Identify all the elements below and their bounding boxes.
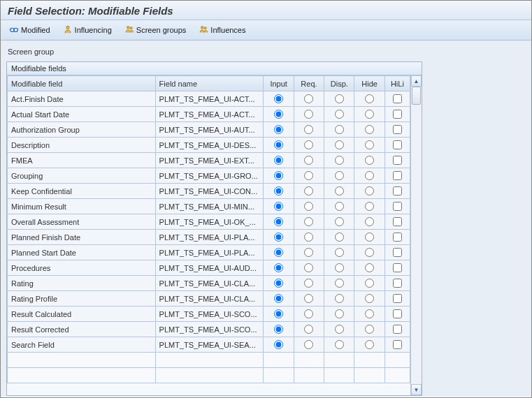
cell-field-name[interactable]: PLMT_TS_FMEA_UI-MIN... <box>155 199 264 214</box>
radio-input[interactable] <box>274 325 283 334</box>
radio-hide[interactable] <box>365 309 374 318</box>
table-row[interactable]: Rating ProfilePLMT_TS_FMEA_UI-CLA... <box>8 291 410 307</box>
cell-field-name[interactable]: PLMT_TS_FMEA_UI-AUT... <box>155 122 264 138</box>
radio-req[interactable] <box>304 125 313 134</box>
radio-input[interactable] <box>274 125 283 134</box>
radio-disp[interactable] <box>335 125 344 134</box>
radio-req[interactable] <box>304 233 313 242</box>
radio-req[interactable] <box>304 294 313 303</box>
radio-disp[interactable] <box>335 217 344 226</box>
radio-input[interactable] <box>274 233 283 242</box>
cell-field-name[interactable]: PLMT_TS_FMEA_UI-SEA... <box>155 337 264 353</box>
radio-hide[interactable] <box>365 202 374 211</box>
cell-modifiable-field[interactable]: Actual Start Date <box>8 107 156 122</box>
radio-disp[interactable] <box>335 202 344 211</box>
radio-hide[interactable] <box>365 110 374 119</box>
cell-modifiable-field[interactable]: Procedures <box>8 260 156 276</box>
cell-field-name[interactable]: PLMT_TS_FMEA_UI-CLA... <box>155 276 264 291</box>
cell-field-name[interactable]: PLMT_TS_FMEA_UI-SCO... <box>155 307 264 322</box>
cell-field-name[interactable]: PLMT_TS_FMEA_UI-CLA... <box>155 291 264 307</box>
checkbox-hili[interactable] <box>393 110 402 119</box>
checkbox-hili[interactable] <box>393 248 402 257</box>
radio-disp[interactable] <box>335 294 344 303</box>
radio-req[interactable] <box>304 325 313 334</box>
radio-disp[interactable] <box>335 309 344 318</box>
cell-modifiable-field[interactable]: Search Field <box>8 337 156 353</box>
cell-field-name[interactable]: PLMT_TS_FMEA_UI-EXT... <box>155 153 264 168</box>
vertical-scrollbar[interactable]: ▲ ▼ <box>410 75 422 395</box>
radio-req[interactable] <box>304 248 313 257</box>
checkbox-hili[interactable] <box>393 340 402 349</box>
radio-disp[interactable] <box>335 233 344 242</box>
radio-req[interactable] <box>304 140 313 149</box>
radio-disp[interactable] <box>335 156 344 165</box>
checkbox-hili[interactable] <box>393 309 402 318</box>
cell-field-name[interactable]: PLMT_TS_FMEA_UI-PLA... <box>155 245 264 260</box>
radio-req[interactable] <box>304 156 313 165</box>
radio-hide[interactable] <box>365 217 374 226</box>
radio-req[interactable] <box>304 217 313 226</box>
table-row[interactable]: GroupingPLMT_TS_FMEA_UI-GRO... <box>8 168 410 184</box>
radio-disp[interactable] <box>335 186 344 196</box>
checkbox-hili[interactable] <box>393 140 402 149</box>
checkbox-hili[interactable] <box>393 94 402 103</box>
screen-groups-button[interactable]: Screen groups <box>120 23 191 37</box>
scroll-track[interactable] <box>411 87 422 384</box>
cell-field-name[interactable]: PLMT_TS_FMEA_UI-CON... <box>155 184 264 199</box>
table-row[interactable]: Search FieldPLMT_TS_FMEA_UI-SEA... <box>8 337 410 353</box>
col-input[interactable]: Input <box>264 76 294 91</box>
checkbox-hili[interactable] <box>393 233 402 242</box>
radio-disp[interactable] <box>335 263 344 272</box>
table-row[interactable]: Authorization GroupPLMT_TS_FMEA_UI-AUT..… <box>8 122 410 138</box>
influences-button[interactable]: Influences <box>194 23 250 37</box>
radio-input[interactable] <box>274 140 283 149</box>
table-row[interactable]: DescriptionPLMT_TS_FMEA_UI-DES... <box>8 138 410 153</box>
cell-modifiable-field[interactable]: Result Corrected <box>8 322 156 337</box>
table-row[interactable]: Result CorrectedPLMT_TS_FMEA_UI-SCO... <box>8 322 410 337</box>
scroll-up-button[interactable]: ▲ <box>411 75 422 87</box>
checkbox-hili[interactable] <box>393 186 402 196</box>
radio-disp[interactable] <box>335 325 344 334</box>
table-row[interactable]: Keep ConfidentialPLMT_TS_FMEA_UI-CON... <box>8 184 410 199</box>
radio-disp[interactable] <box>335 340 344 349</box>
cell-modifiable-field[interactable]: Grouping <box>8 168 156 184</box>
radio-input[interactable] <box>274 202 283 211</box>
cell-field-name[interactable]: PLMT_TS_FMEA_UI-SCO... <box>155 322 264 337</box>
radio-input[interactable] <box>274 263 283 272</box>
cell-modifiable-field[interactable]: Authorization Group <box>8 122 156 138</box>
radio-hide[interactable] <box>365 186 374 196</box>
radio-hide[interactable] <box>365 94 374 103</box>
radio-input[interactable] <box>274 309 283 318</box>
radio-disp[interactable] <box>335 171 344 180</box>
radio-req[interactable] <box>304 263 313 272</box>
col-hili[interactable]: HiLi <box>384 76 410 91</box>
cell-modifiable-field[interactable]: Planned Start Date <box>8 245 156 260</box>
radio-hide[interactable] <box>365 340 374 349</box>
radio-input[interactable] <box>274 171 283 180</box>
radio-req[interactable] <box>304 202 313 211</box>
radio-hide[interactable] <box>365 263 374 272</box>
cell-field-name[interactable]: PLMT_TS_FMEA_UI-AUD... <box>155 260 264 276</box>
checkbox-hili[interactable] <box>393 279 402 288</box>
cell-modifiable-field[interactable]: Description <box>8 138 156 153</box>
radio-req[interactable] <box>304 171 313 180</box>
checkbox-hili[interactable] <box>393 294 402 303</box>
radio-input[interactable] <box>274 156 283 165</box>
cell-modifiable-field[interactable]: FMEA <box>8 153 156 168</box>
cell-modifiable-field[interactable]: Rating Profile <box>8 291 156 307</box>
radio-hide[interactable] <box>365 248 374 257</box>
cell-field-name[interactable]: PLMT_TS_FMEA_UI-ACT... <box>155 107 264 122</box>
radio-disp[interactable] <box>335 279 344 288</box>
radio-hide[interactable] <box>365 140 374 149</box>
table-row[interactable]: Overall AssessmentPLMT_TS_FMEA_UI-OK_... <box>8 214 410 230</box>
cell-field-name[interactable]: PLMT_TS_FMEA_UI-GRO... <box>155 168 264 184</box>
col-field-name[interactable]: Field name <box>155 76 264 91</box>
cell-field-name[interactable]: PLMT_TS_FMEA_UI-PLA... <box>155 230 264 245</box>
radio-req[interactable] <box>304 110 313 119</box>
radio-hide[interactable] <box>365 156 374 165</box>
table-row[interactable]: Actual Start DatePLMT_TS_FMEA_UI-ACT... <box>8 107 410 122</box>
modified-button[interactable]: Modified <box>5 23 55 37</box>
col-hide[interactable]: Hide <box>354 76 384 91</box>
radio-req[interactable] <box>304 279 313 288</box>
radio-disp[interactable] <box>335 110 344 119</box>
